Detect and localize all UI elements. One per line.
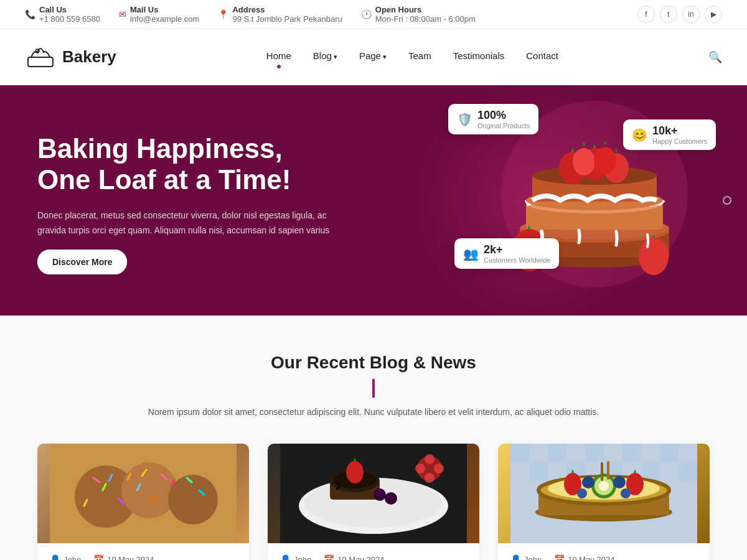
- email-contact: ✉ Mail Us info@example.com: [119, 5, 199, 24]
- blog-author-3: 👤 John: [510, 554, 542, 560]
- blog-date-1: 📅 10 May 2024: [93, 554, 154, 560]
- location-icon: 📍: [218, 9, 228, 19]
- instagram-icon[interactable]: in: [682, 6, 700, 23]
- svg-point-18: [639, 238, 669, 275]
- badge-worldwide-customers: 👥 2k+ Customers Worldwide: [454, 238, 559, 269]
- badge-10k-label: Happy Customers: [652, 138, 707, 145]
- phone-number: +1 800 559 6580: [39, 14, 100, 24]
- hours-contact: 🕐 Open Hours Mon-Fri : 08:00am - 6:00pm: [361, 5, 476, 24]
- nav-testimonials[interactable]: Testimonials: [453, 50, 505, 63]
- hero-image-area: 🛡️ 100% Original Products 😊 10k+ Happy C…: [448, 95, 710, 306]
- blog-author-2: 👤 John: [280, 554, 311, 560]
- blog-date-2: 📅 10 May 2024: [324, 554, 384, 560]
- hours-label: Open Hours: [375, 5, 476, 14]
- nav-page[interactable]: Page: [359, 50, 387, 63]
- blog-image-3: [498, 444, 710, 543]
- badge-100-label: Original Products: [477, 122, 530, 129]
- svg-point-43: [346, 461, 364, 483]
- svg-rect-57: [510, 444, 529, 462]
- svg-point-54: [415, 464, 425, 474]
- calendar-icon-3: 📅: [554, 554, 565, 560]
- nav-home[interactable]: Home: [266, 50, 291, 63]
- calendar-icon-2: 📅: [324, 554, 334, 560]
- phone-contact: 📞 Call Us +1 800 559 6580: [25, 5, 100, 24]
- header: Bakery Home Blog Page Team Testimonials …: [0, 29, 747, 85]
- blog-card-1: 👤 John 📅 10 May 2024 Hello World ! Lorem…: [37, 444, 249, 560]
- svg-rect-62: [529, 462, 548, 481]
- twitter-icon[interactable]: t: [660, 6, 677, 23]
- blog-grid: 👤 John 📅 10 May 2024 Hello World ! Lorem…: [37, 444, 710, 560]
- youtube-icon[interactable]: ▶: [705, 6, 722, 23]
- svg-point-47: [377, 488, 382, 493]
- top-bar-contacts: 📞 Call Us +1 800 559 6580 ✉ Mail Us info…: [25, 5, 476, 24]
- svg-point-77: [582, 476, 594, 488]
- logo-text: Bakery: [62, 47, 116, 67]
- svg-rect-66: [679, 462, 697, 481]
- svg-point-80: [621, 488, 631, 498]
- hero-section: Baking Happiness, One Loaf at a Time! Do…: [0, 85, 747, 315]
- svg-point-21: [121, 462, 177, 518]
- blog-meta-3: 👤 John 📅 10 May 2024: [510, 554, 697, 560]
- badge-happy-customers: 😊 10k+ Happy Customers: [623, 119, 716, 150]
- svg-point-16: [594, 147, 616, 174]
- logo[interactable]: Bakery: [25, 39, 116, 75]
- svg-rect-59: [585, 444, 604, 462]
- blog-section-title: Our Recent Blog & News: [37, 353, 710, 373]
- svg-point-55: [434, 464, 444, 474]
- people-icon: 👥: [463, 246, 479, 261]
- nav-blog[interactable]: Blog: [313, 50, 337, 63]
- mail-icon: ✉: [119, 9, 126, 19]
- svg-rect-61: [660, 444, 679, 462]
- blog-section: Our Recent Blog & News Norem ipsum dolor…: [0, 315, 747, 560]
- phone-icon: 📞: [25, 9, 35, 19]
- nav-contact[interactable]: Contact: [526, 50, 558, 63]
- svg-point-74: [599, 481, 609, 491]
- user-icon-1: 👤: [50, 554, 60, 560]
- search-button[interactable]: 🔍: [708, 50, 722, 64]
- discover-more-button[interactable]: Discover More: [37, 250, 127, 274]
- blog-image-2: [268, 444, 479, 543]
- calendar-icon-1: 📅: [93, 554, 104, 560]
- blog-meta-2: 👤 John 📅 10 May 2024: [280, 554, 467, 560]
- smile-icon: 😊: [632, 128, 647, 142]
- svg-rect-81: [601, 462, 603, 481]
- hero-slider-dot[interactable]: [723, 196, 731, 205]
- blog-card-3-body: 👤 John 📅 10 May 2024 Our bakery offers c…: [498, 543, 710, 560]
- badge-2k-label: Customers Worldwide: [484, 256, 550, 264]
- user-icon-2: 👤: [280, 554, 291, 560]
- phone-label: Call Us: [39, 5, 100, 14]
- svg-rect-60: [622, 444, 641, 462]
- badge-2k-number: 2k+: [484, 243, 550, 256]
- svg-point-79: [577, 488, 587, 498]
- address-label: Address: [232, 5, 342, 14]
- social-icons: f t in ▶: [637, 6, 722, 23]
- nav-team[interactable]: Team: [408, 50, 431, 63]
- badge-100-number: 100%: [477, 109, 530, 122]
- hero-heading: Baking Happiness, One Loaf at a Time!: [37, 133, 349, 196]
- user-icon-3: 👤: [510, 554, 521, 560]
- blog-date-3: 📅 10 May 2024: [554, 554, 614, 560]
- svg-rect-58: [548, 444, 566, 462]
- svg-point-22: [168, 475, 218, 525]
- svg-point-78: [613, 476, 626, 488]
- hero-description: Donec placerat, metus sed consectetur vi…: [37, 208, 349, 238]
- facebook-icon[interactable]: f: [637, 6, 655, 23]
- svg-rect-0: [28, 57, 53, 67]
- badge-original-products: 🛡️ 100% Original Products: [448, 104, 538, 134]
- address-value: 99 S.t Jomblo Park Pekanbaru: [232, 14, 342, 24]
- email-label: Mail Us: [130, 5, 199, 14]
- blog-card-2-body: 👤 John 📅 10 May 2024 High-quality baked …: [268, 543, 479, 560]
- shield-icon: 🛡️: [457, 112, 472, 127]
- section-divider: [372, 379, 375, 398]
- blog-author-1: 👤 John: [50, 554, 81, 560]
- svg-point-15: [573, 148, 595, 175]
- hours-value: Mon-Fri : 08:00am - 6:00pm: [375, 14, 476, 24]
- hero-content: Baking Happiness, One Loaf at a Time! Do…: [37, 133, 349, 268]
- svg-rect-82: [607, 461, 609, 480]
- top-bar: 📞 Call Us +1 800 559 6580 ✉ Mail Us info…: [0, 0, 747, 29]
- blog-card-2: 👤 John 📅 10 May 2024 High-quality baked …: [268, 444, 479, 560]
- badge-10k-number: 10k+: [652, 124, 707, 138]
- svg-point-52: [425, 454, 435, 464]
- svg-point-50: [390, 495, 395, 500]
- clock-icon: 🕐: [361, 9, 372, 19]
